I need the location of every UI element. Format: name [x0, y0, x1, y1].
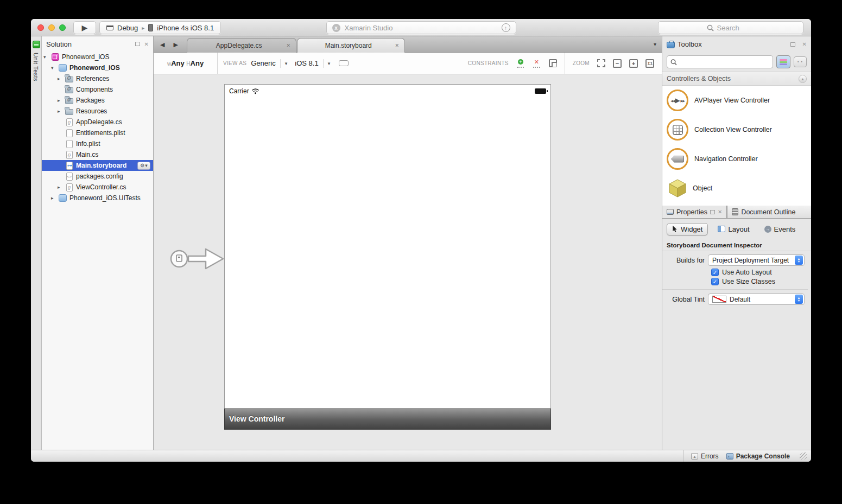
- tab-label[interactable]: Main.storyboard: [306, 42, 390, 49]
- expander-right-icon[interactable]: ▸: [58, 109, 65, 114]
- toolbox-item-label[interactable]: Collection View Controller: [694, 126, 772, 133]
- storyboard-canvas[interactable]: Carrier View Controller: [154, 74, 662, 450]
- navigate-forward-button[interactable]: ▶: [173, 41, 178, 48]
- tree-item-label[interactable]: ViewController.cs: [76, 183, 126, 191]
- dock-icon[interactable]: [135, 42, 140, 46]
- tab-document-outline[interactable]: Document Outline: [727, 206, 811, 218]
- zoom-fit-icon[interactable]: [597, 59, 605, 67]
- toolbox-item-navigation[interactable]: Navigation Controller: [662, 144, 811, 174]
- global-search-box[interactable]: [658, 21, 803, 34]
- tree-item-label[interactable]: Entitlements.plist: [76, 129, 125, 137]
- dock-icon[interactable]: [790, 42, 795, 47]
- close-tab-icon[interactable]: ✕: [395, 43, 399, 48]
- configuration-label[interactable]: Debug: [117, 24, 138, 32]
- orientation-toggle-icon[interactable]: [339, 60, 349, 66]
- expander-right-icon[interactable]: ▸: [58, 184, 65, 190]
- size-class-selector[interactable]: wAny HAny: [154, 59, 217, 67]
- zoom-actual-size-icon[interactable]: 1:1: [645, 59, 654, 68]
- builds-for-dropdown[interactable]: Project Deployment Target ▲▼: [708, 254, 805, 266]
- view-controller-root-view[interactable]: Carrier: [224, 84, 551, 409]
- search-input[interactable]: [717, 24, 755, 32]
- tree-item-label[interactable]: Main.storyboard: [76, 162, 126, 169]
- tree-item-label[interactable]: packages.config: [76, 173, 123, 180]
- expander-right-icon[interactable]: ▸: [58, 98, 65, 103]
- zoom-out-icon[interactable]: −: [613, 59, 622, 68]
- tree-item-mainstoryboard[interactable]: Main.storyboard ⚙▾: [42, 160, 153, 171]
- tree-item-label[interactable]: AppDelegate.cs: [76, 118, 122, 126]
- tab-properties[interactable]: Properties ✕: [662, 206, 727, 218]
- tab-overflow-menu[interactable]: ▾: [654, 41, 656, 47]
- tree-item-label[interactable]: Packages: [76, 97, 105, 104]
- tree-item-resources[interactable]: ▸ Resources: [42, 106, 153, 117]
- close-icon[interactable]: ✕: [718, 209, 722, 215]
- tree-item-solution[interactable]: ▾ Phoneword_iOS: [42, 52, 153, 62]
- widget-mode-button[interactable]: Widget: [667, 223, 708, 235]
- device-class-value[interactable]: Generic: [251, 59, 276, 67]
- tree-item-infoplist[interactable]: Info.plist: [42, 138, 153, 149]
- dock-icon[interactable]: [710, 210, 715, 214]
- close-tab-icon[interactable]: ✕: [286, 43, 290, 48]
- os-version-value[interactable]: iOS 8.1: [295, 59, 318, 67]
- tree-item-project[interactable]: ▾ Phoneword_iOS: [42, 62, 153, 73]
- toolbox-item-label[interactable]: AVPlayer View Controller: [694, 97, 770, 104]
- navigate-back-button[interactable]: ◀: [160, 41, 164, 48]
- close-window-button[interactable]: [37, 24, 44, 31]
- tree-item-label[interactable]: Components: [76, 86, 113, 93]
- errors-button[interactable]: ▲ Errors: [691, 452, 719, 460]
- tab-label[interactable]: Document Outline: [741, 208, 795, 216]
- tab-label[interactable]: AppDelegate.cs: [196, 42, 282, 49]
- expander-right-icon[interactable]: ▸: [51, 195, 58, 201]
- remove-constraint-icon[interactable]: ✕: [533, 59, 541, 68]
- close-icon[interactable]: ✕: [144, 41, 149, 47]
- toolbox-item-collection[interactable]: Collection View Controller: [662, 115, 811, 144]
- device-target-label[interactable]: iPhone 4s iOS 8.1: [157, 24, 214, 32]
- zoom-window-button[interactable]: [59, 24, 66, 31]
- tree-item-label[interactable]: Main.cs: [76, 151, 98, 158]
- tree-item-maincs[interactable]: Main.cs: [42, 149, 153, 160]
- zoom-in-icon[interactable]: +: [629, 59, 638, 68]
- tab-appdelegate[interactable]: AppDelegate.cs ✕: [187, 38, 296, 53]
- stepper-icon[interactable]: ▲▼: [795, 256, 803, 265]
- dock-tab-unit-tests[interactable]: Unit Tests: [33, 53, 39, 81]
- tree-item-uitests-project[interactable]: ▸ Phoneword_iOS.UITests: [42, 193, 153, 203]
- expander-down-icon[interactable]: ▾: [51, 65, 58, 71]
- view-controller-title-bar[interactable]: View Controller: [224, 409, 551, 430]
- view-controller-design-surface[interactable]: Carrier View Controller: [224, 84, 551, 430]
- size-classes-checkbox[interactable]: ✓: [711, 278, 719, 285]
- close-icon[interactable]: ✕: [802, 41, 807, 47]
- toolbox-section-header[interactable]: Controllers & Objects ▲: [662, 72, 811, 86]
- toolbox-item-avplayer[interactable]: ◀◀▶▶▶ AVPlayer View Controller: [662, 86, 811, 115]
- toolbox-item-object[interactable]: Object: [662, 174, 811, 203]
- tree-item-packages[interactable]: ▸ Packages: [42, 95, 153, 106]
- layout-mode-button[interactable]: Layout: [713, 224, 754, 235]
- tree-item-packagesconfig[interactable]: packages.config: [42, 171, 153, 182]
- toolbox-search-box[interactable]: [667, 55, 773, 68]
- device-class-dropdown[interactable]: ▾: [285, 61, 288, 66]
- tree-item-label[interactable]: Phoneword_iOS.UITests: [69, 194, 141, 202]
- build-configuration-selector[interactable]: Debug ▸ iPhone 4s iOS 8.1: [99, 21, 221, 34]
- events-mode-button[interactable]: → Events: [759, 224, 801, 235]
- frame-mode-icon[interactable]: [549, 59, 557, 67]
- minimize-window-button[interactable]: [48, 24, 55, 31]
- tab-mainstoryboard[interactable]: Main.storyboard ✕: [297, 38, 405, 53]
- tree-item-appdelegate[interactable]: AppDelegate.cs: [42, 117, 153, 127]
- stepper-icon[interactable]: ▲▼: [795, 295, 803, 304]
- upload-arrow-icon[interactable]: ↑: [502, 23, 510, 32]
- compact-view-toggle-button[interactable]: ▪ ▪: [794, 56, 807, 67]
- add-constraint-icon[interactable]: +: [516, 59, 525, 68]
- run-button[interactable]: ▶: [73, 21, 96, 34]
- tree-item-label[interactable]: References: [76, 75, 109, 82]
- expander-down-icon[interactable]: ▾: [43, 54, 50, 60]
- tree-item-label[interactable]: Phoneword_iOS: [69, 64, 120, 72]
- tree-item-label[interactable]: Info.plist: [76, 140, 100, 148]
- toolbox-item-label[interactable]: Object: [693, 184, 712, 192]
- tree-item-references[interactable]: ▸ References: [42, 73, 153, 84]
- toolbox-item-label[interactable]: Navigation Controller: [694, 155, 758, 163]
- tree-item-label[interactable]: Phoneword_iOS: [62, 53, 109, 61]
- tree-item-entitlements[interactable]: Entitlements.plist: [42, 127, 153, 138]
- auto-layout-checkbox[interactable]: ✓: [711, 269, 719, 276]
- list-view-toggle-button[interactable]: [776, 55, 790, 68]
- expander-right-icon[interactable]: ▸: [58, 76, 65, 81]
- global-tint-dropdown[interactable]: Default ▲▼: [708, 294, 805, 305]
- tree-item-viewcontroller[interactable]: ▸ ViewController.cs: [42, 182, 153, 193]
